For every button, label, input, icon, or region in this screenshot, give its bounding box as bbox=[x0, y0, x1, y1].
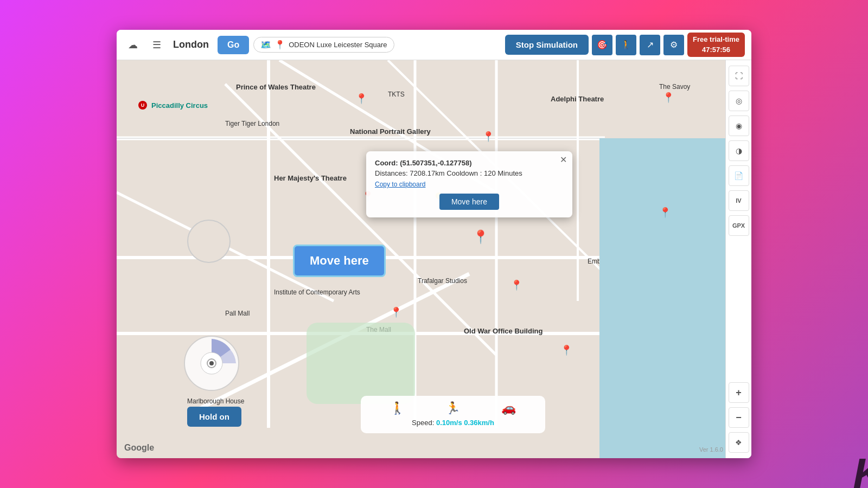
piccadilly-circus-name: Piccadilly Circus bbox=[151, 101, 208, 110]
fullscreen-button[interactable]: ⛶ bbox=[729, 66, 749, 86]
hold-on-button[interactable]: Hold on bbox=[187, 407, 241, 427]
pin-adelphi: 📍 bbox=[662, 92, 674, 104]
location-target-button[interactable]: ◎ bbox=[729, 91, 749, 111]
run-icon[interactable]: 🏃 bbox=[445, 401, 460, 415]
list-icon-button[interactable]: ☰ bbox=[147, 35, 167, 55]
label-tkts: TKTS bbox=[388, 91, 405, 98]
k-watermark: K bbox=[853, 449, 868, 488]
cooldown-value: 120 Minutes bbox=[484, 169, 522, 177]
label-savoy: The Savoy bbox=[659, 83, 690, 91]
move-here-large-button[interactable]: Move here bbox=[293, 245, 386, 277]
speed-icons-row: 🚶 🏃 🚗 bbox=[369, 401, 537, 415]
pin-national-portrait: 📍 bbox=[482, 131, 494, 143]
tooltip-close-button[interactable]: ✕ bbox=[560, 155, 567, 165]
pin-old-war: 📍 bbox=[560, 344, 572, 356]
tooltip-coordinates: Coord: (51.507351,-0.127758) bbox=[375, 159, 564, 167]
distance-value: 7208.17km bbox=[410, 169, 444, 177]
label-trafalgar-studios: Trafalgar Studios bbox=[418, 277, 467, 285]
location-tooltip: ✕ Coord: (51.507351,-0.127758) Distances… bbox=[366, 151, 572, 217]
free-trial-line1: Free trial-time bbox=[693, 35, 739, 44]
label-tiger-tiger: Tiger Tiger London bbox=[225, 120, 279, 127]
cooldown-label: Cooldown : bbox=[446, 169, 482, 177]
speed-display: Speed: 0.10m/s 0.36km/h bbox=[369, 419, 537, 427]
google-logo: Google bbox=[124, 443, 154, 453]
coord-label: Coord: bbox=[375, 159, 398, 167]
destination-pin: 📍 bbox=[473, 229, 489, 245]
walk-icon[interactable]: 🚶 bbox=[390, 401, 405, 415]
piccadilly-circus-label: U Piccadilly Circus bbox=[138, 101, 208, 110]
toolbar-left: ☁ ☰ London Go 🗺️ 📍 ODEON Luxe Leicester … bbox=[123, 35, 501, 55]
destination-label: ODEON Luxe Leicester Square bbox=[289, 41, 387, 49]
zoom-in-button[interactable]: + bbox=[729, 382, 749, 403]
location-pin-button[interactable]: ◉ bbox=[729, 115, 749, 136]
version-text: Ver 1.6.0 bbox=[699, 446, 723, 453]
roman-4-button[interactable]: IV bbox=[729, 190, 749, 211]
label-her-majesty: Her Majesty's Theatre bbox=[274, 174, 347, 182]
pin-trafalgar: 📍 bbox=[510, 279, 522, 291]
stop-simulation-button[interactable]: Stop Simulation bbox=[505, 35, 589, 55]
speed-value: 0.10m/s 0.36km/h bbox=[436, 419, 494, 427]
destination-marker-icon: 📍 bbox=[275, 40, 285, 50]
green-park-area bbox=[307, 323, 415, 404]
city-name: London bbox=[173, 39, 209, 50]
document-button[interactable]: 📄 bbox=[729, 165, 749, 186]
zoom-out-button[interactable]: − bbox=[729, 407, 749, 428]
go-button[interactable]: Go bbox=[218, 36, 249, 54]
gpx-button[interactable]: GPX bbox=[729, 215, 749, 236]
destination-chip: 🗺️ 📍 ODEON Luxe Leicester Square bbox=[253, 37, 394, 53]
label-adelphi: Adelphi Theatre bbox=[551, 95, 604, 103]
cloud-icon-button[interactable]: ☁ bbox=[123, 35, 143, 55]
svg-point-17 bbox=[209, 361, 214, 365]
distance-label: Distances: bbox=[375, 169, 408, 177]
underground-icon: U bbox=[138, 101, 147, 110]
arrow-icon-button[interactable]: ↗ bbox=[640, 35, 660, 55]
label-national-portrait: National Portrait Gallery bbox=[350, 127, 431, 136]
coord-value: (51.507351,-0.127758) bbox=[400, 159, 471, 167]
label-prince-of-wales: Prince of Wales Theatre bbox=[236, 83, 316, 91]
toolbar-right: Stop Simulation 🎯 🚶 ↗ ⚙ Free trial-time … bbox=[505, 33, 745, 56]
compass-widget bbox=[182, 333, 241, 393]
compass-button[interactable]: ❖ bbox=[729, 432, 749, 453]
speed-label: Speed: bbox=[412, 419, 434, 427]
tooltip-move-here-button[interactable]: Move here bbox=[439, 194, 499, 210]
pin-prince-wales: 📍 bbox=[355, 93, 367, 105]
toolbar: ☁ ☰ London Go 🗺️ 📍 ODEON Luxe Leicester … bbox=[117, 30, 751, 60]
drive-icon[interactable]: 🚗 bbox=[501, 401, 516, 415]
label-pall-mall: Pall Mall bbox=[225, 310, 250, 317]
settings-icon-button[interactable]: ⚙ bbox=[663, 35, 684, 55]
right-sidebar: ⛶ ◎ ◉ ◑ 📄 IV GPX + − ❖ bbox=[725, 60, 751, 458]
speed-panel: 🚶 🏃 🚗 Speed: 0.10m/s 0.36km/h bbox=[361, 396, 545, 433]
label-marlborough: Marlborough House bbox=[187, 397, 244, 405]
pin-gordons: 📍 bbox=[659, 207, 671, 219]
pin-ica: 📍 bbox=[390, 306, 402, 318]
destination-map-icon: 🗺️ bbox=[260, 40, 271, 50]
app-container: Prince of Wales Theatre Tiger Tiger Lond… bbox=[117, 30, 751, 458]
roundabout bbox=[187, 220, 231, 263]
label-ica: Institute of Contemporary Arts bbox=[274, 288, 339, 297]
walk-mode-button[interactable]: 🚶 bbox=[616, 35, 636, 55]
copy-to-clipboard-link[interactable]: Copy to clipboard bbox=[375, 181, 564, 188]
free-trial-badge: Free trial-time 47:57:56 bbox=[687, 33, 745, 56]
tooltip-distance: Distances: 7208.17km Cooldown : 120 Minu… bbox=[375, 169, 564, 177]
label-old-war-office: Old War Office Building bbox=[464, 327, 542, 335]
contrast-button[interactable]: ◑ bbox=[729, 140, 749, 161]
free-trial-timer: 47:57:56 bbox=[693, 45, 739, 55]
target-icon-button[interactable]: 🎯 bbox=[592, 35, 612, 55]
